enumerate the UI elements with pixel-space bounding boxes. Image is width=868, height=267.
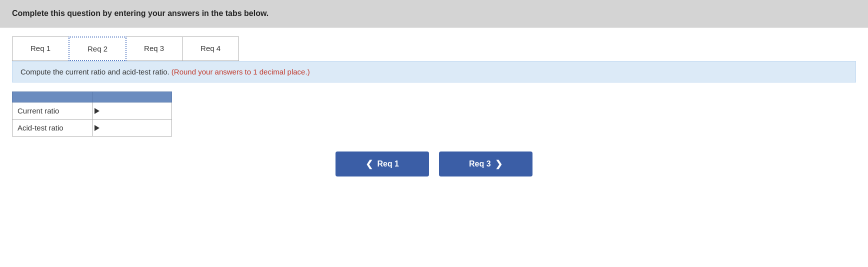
current-ratio-input-wrapper (92, 104, 172, 118)
tab-req2[interactable]: Req 2 (68, 36, 126, 61)
next-button-label: Req 3 (469, 160, 491, 168)
acid-test-ratio-input[interactable] (102, 120, 172, 135)
current-ratio-arrow-icon (94, 108, 100, 114)
next-req-button[interactable]: Req 3 ❯ (439, 152, 532, 176)
main-content: Req 1 Req 2 Req 3 Req 4 Compute the curr… (0, 28, 868, 186)
tabs-container: Req 1 Req 2 Req 3 Req 4 (12, 36, 239, 61)
tab-req3[interactable]: Req 3 (126, 37, 182, 60)
ratio-table: Current ratio Acid-test ratio (12, 92, 172, 136)
acid-test-ratio-input-wrapper (92, 120, 172, 135)
prev-chevron-icon: ❮ (366, 158, 373, 170)
header-bar: Complete this question by entering your … (0, 0, 868, 28)
acid-test-ratio-cell (92, 120, 172, 136)
current-ratio-input[interactable] (102, 104, 172, 118)
tab-req1[interactable]: Req 1 (12, 37, 69, 60)
nav-buttons: ❮ Req 1 Req 3 ❯ (12, 152, 856, 176)
acid-test-ratio-label: Acid-test ratio (12, 120, 92, 136)
current-ratio-label: Current ratio (12, 102, 92, 120)
tab-req4[interactable]: Req 4 (182, 37, 238, 60)
table-header-col2 (92, 92, 172, 102)
table-row: Acid-test ratio (12, 120, 172, 136)
next-chevron-icon: ❯ (495, 158, 502, 170)
table-header-col1 (12, 92, 92, 102)
table-row: Current ratio (12, 102, 172, 120)
instruction-bar: Compute the current ratio and acid-test … (12, 61, 856, 82)
header-instruction: Complete this question by entering your … (12, 9, 268, 18)
prev-req-button[interactable]: ❮ Req 1 (336, 152, 429, 176)
prev-button-label: Req 1 (377, 160, 399, 168)
instruction-highlight: (Round your answers to 1 decimal place.) (172, 68, 310, 76)
instruction-text: Compute the current ratio and acid-test … (20, 68, 172, 76)
acid-test-ratio-arrow-icon (94, 125, 100, 131)
current-ratio-cell (92, 102, 172, 120)
